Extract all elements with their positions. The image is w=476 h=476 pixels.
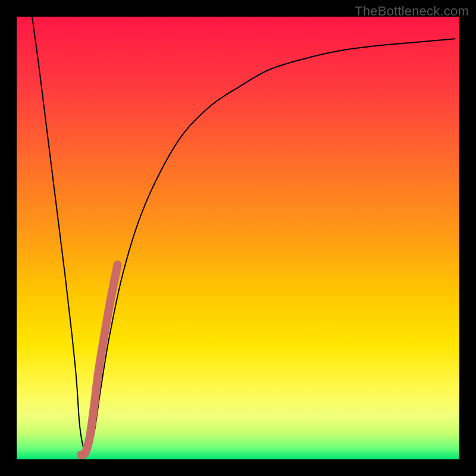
chart-frame: TheBottleneck.com xyxy=(0,0,476,476)
chart-svg xyxy=(17,17,459,459)
background-gradient xyxy=(17,17,459,459)
watermark-text: TheBottleneck.com xyxy=(355,4,469,19)
plot-area xyxy=(17,17,459,459)
